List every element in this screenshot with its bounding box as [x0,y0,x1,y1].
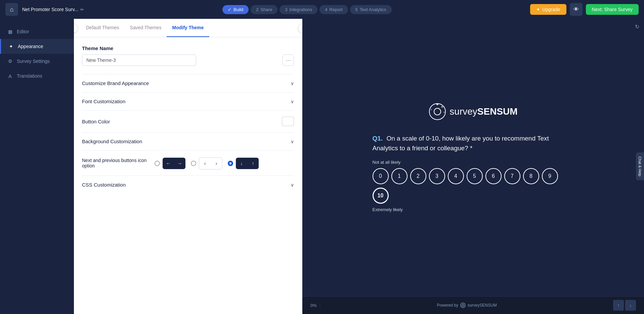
powered-by-brand: surveySENSUM [468,303,497,308]
edit-title-icon[interactable]: ✏ [80,7,84,12]
footer-scroll-up-button[interactable]: ↑ [613,300,624,311]
scale-5[interactable]: 5 [467,168,483,184]
scale-2[interactable]: 2 [410,168,426,184]
more-options-button[interactable]: ··· [283,54,294,66]
scale-1[interactable]: 1 [391,168,407,184]
survey-title-area: Net Promoter Score Surv... ✏ [22,7,84,12]
question-text: Q1. On a scale of 0-10, how likely are y… [373,134,574,153]
home-button[interactable]: ⌂ [5,3,18,16]
icon-option-3-radio[interactable] [228,161,233,166]
scale-9[interactable]: 9 [542,168,558,184]
icon-btn-right-chevron[interactable]: › [211,158,222,169]
scale-6[interactable]: 6 [485,168,502,184]
step-share[interactable]: 2 Share [251,5,277,14]
step-build-check: ✓ [228,7,231,12]
button-color-title: Button Color [82,119,110,124]
background-customization-title: Background Customization [82,139,142,144]
scale-numbers: 0 1 2 3 4 5 6 7 8 9 [373,168,574,184]
step-integrations-label: Integrations [289,7,312,12]
svg-point-7 [462,304,464,306]
required-star: * [470,145,472,152]
scale-4[interactable]: 4 [448,168,464,184]
step-text-analytics[interactable]: 5 Text Analytics [350,5,392,14]
tab-saved-themes[interactable]: Saved Themes [125,19,167,37]
accordion-button-color: Button Color [82,110,294,132]
brand-logo: surveySENSUM [429,103,517,120]
customize-brand-title: Customize Brand Appearance [82,80,149,86]
editor-icon: ▦ [7,28,13,35]
progress-percent: 0% [310,303,317,308]
progress-area: 0% | [310,303,320,308]
step-text-analytics-num: 5 [355,7,358,12]
accordion-css-customization: CSS Customization ∨ [82,175,294,194]
icon-btn-up-arrow[interactable]: ↑ [247,158,259,169]
progress-divider: | [319,303,320,308]
accordion-header-customize-brand[interactable]: Customize Brand Appearance ∨ [82,80,294,86]
button-color-row: Button Color [82,117,294,126]
icon-option-1-buttons: ← → [163,158,185,169]
survey-preview-panel: ↻ surveySENSUM [302,19,644,314]
accordion-header-background[interactable]: Background Customization ∨ [82,139,294,144]
scale-0[interactable]: 0 [373,168,389,184]
not-likely-label: Not at all likely [373,160,574,165]
tab-saved-themes-label: Saved Themes [130,25,162,30]
icon-option-1-radio[interactable] [155,161,160,166]
tab-default-themes-label: Default Themes [86,25,119,30]
preview-inner: surveySENSUM Q1. On a scale of 0-10, how… [302,19,644,296]
step-integrations[interactable]: 3 Integrations [280,5,317,14]
upgrade-button[interactable]: ✦ Upgrade [530,4,566,15]
theme-name-label: Theme Name [82,45,294,51]
theme-name-input[interactable] [82,54,196,66]
logo-text-sensum: SENSUM [477,106,518,117]
accordion-header-font[interactable]: Font Customization ∨ [82,99,294,104]
svg-point-6 [461,303,465,308]
sidebar-item-appearance-label: Appearance [18,44,43,49]
accordion-header-css[interactable]: CSS Customization ∨ [82,182,294,188]
sidebar-item-editor[interactable]: ▦ Editor [0,24,74,39]
step-build[interactable]: ✓ Build [222,5,249,14]
icon-btn-right-arrow[interactable]: → [174,158,185,169]
tab-default-themes[interactable]: Default Themes [81,19,125,37]
settings-icon: ⚙ [7,58,13,65]
tab-modify-theme[interactable]: Modify Theme [167,19,209,37]
upgrade-icon: ✦ [536,7,540,12]
step-integrations-num: 3 [285,7,287,12]
nav-right-area: ✦ Upgrade 👁 Next: Share Survey [530,3,639,16]
step-report[interactable]: 4 Report [319,5,348,14]
button-color-swatch[interactable] [282,117,294,126]
down-arrow-icon: ↓ [630,303,632,308]
chevron-font: ∨ [291,99,294,104]
question-body: On a scale of 0-10, how likely are you t… [373,135,549,152]
icon-btn-left-chevron[interactable]: ‹ [199,158,211,169]
scale-numbers-row2: 10 [373,188,574,204]
svg-point-4 [443,112,445,113]
next-share-survey-button[interactable]: Next: Share Survey [586,4,639,15]
chat-help-button[interactable]: Chat & Help [636,152,644,180]
scale-8[interactable]: 8 [523,168,539,184]
eye-icon: 👁 [573,6,579,12]
upgrade-label: Upgrade [542,7,560,12]
refresh-preview-button[interactable]: ↻ [635,24,639,30]
icon-btn-left-arrow[interactable]: ← [163,158,174,169]
scale-3[interactable]: 3 [429,168,445,184]
svg-point-5 [431,109,432,110]
icon-options-controls: ← → ‹ › ↓ [155,157,259,169]
survey-title-text: Net Promoter Score Surv... [22,7,78,12]
step-share-label: Share [260,7,272,12]
scale-10[interactable]: 10 [373,188,389,204]
icon-btn-down-arrow[interactable]: ↓ [236,158,247,169]
question-card: Q1. On a scale of 0-10, how likely are y… [373,134,574,212]
sidebar-item-survey-settings[interactable]: ⚙ Survey Settings [0,54,74,69]
sidebar-item-appearance[interactable]: ✦ Appearance [0,39,74,54]
scale-7[interactable]: 7 [504,168,520,184]
icon-option-2-buttons: ‹ › [199,157,222,169]
appearance-icon: ✦ [8,43,14,50]
accordion-font-customization: Font Customization ∨ [82,92,294,110]
icon-option-2-radio[interactable] [191,161,196,166]
preview-toggle-button[interactable]: 👁 [570,3,583,16]
icon-option-3-buttons: ↓ ↑ [236,158,259,169]
sidebar-item-translations[interactable]: A Translations [0,69,74,83]
chevron-background: ∨ [291,139,294,144]
footer-scroll-down-button[interactable]: ↓ [625,300,636,311]
panel-tabs: Default Themes Saved Themes Modify Theme [74,19,302,37]
